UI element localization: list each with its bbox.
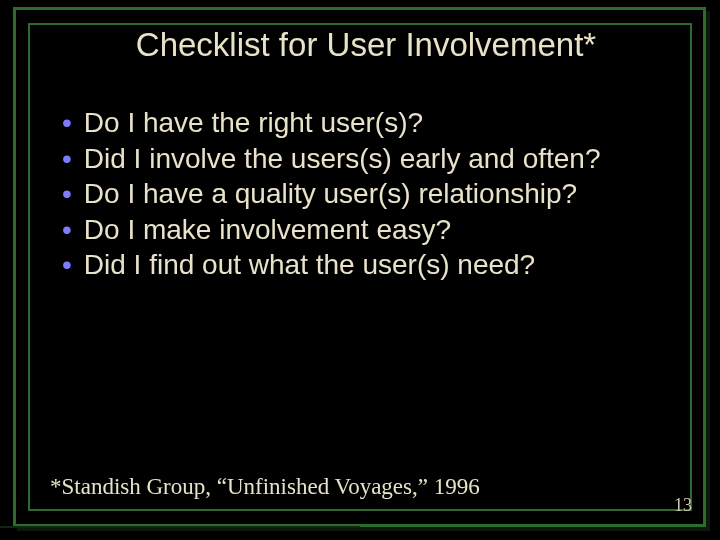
slide-body: • Do I have the right user(s)? • Did I i…: [62, 106, 662, 284]
list-item: • Did I find out what the user(s) need?: [62, 248, 662, 282]
list-item: • Do I make involvement easy?: [62, 213, 662, 247]
list-item: • Do I have the right user(s)?: [62, 106, 662, 140]
page-number: 13: [674, 495, 692, 516]
list-item: • Did I involve the users(s) early and o…: [62, 142, 662, 176]
decorative-line: [0, 526, 360, 528]
slide: Checklist for User Involvement* • Do I h…: [0, 0, 720, 540]
bullet-text: Do I have a quality user(s) relationship…: [84, 177, 662, 211]
bullet-text: Do I make involvement easy?: [84, 213, 662, 247]
bullet-icon: •: [62, 177, 72, 211]
slide-title: Checklist for User Involvement*: [62, 26, 670, 64]
bullet-icon: •: [62, 106, 72, 140]
bullet-icon: •: [62, 248, 72, 282]
bullet-icon: •: [62, 213, 72, 247]
bullet-text: Did I find out what the user(s) need?: [84, 248, 662, 282]
list-item: • Do I have a quality user(s) relationsh…: [62, 177, 662, 211]
bullet-icon: •: [62, 142, 72, 176]
footnote: *Standish Group, “Unfinished Voyages,” 1…: [50, 474, 570, 500]
bullet-text: Do I have the right user(s)?: [84, 106, 662, 140]
bullet-text: Did I involve the users(s) early and oft…: [84, 142, 662, 176]
